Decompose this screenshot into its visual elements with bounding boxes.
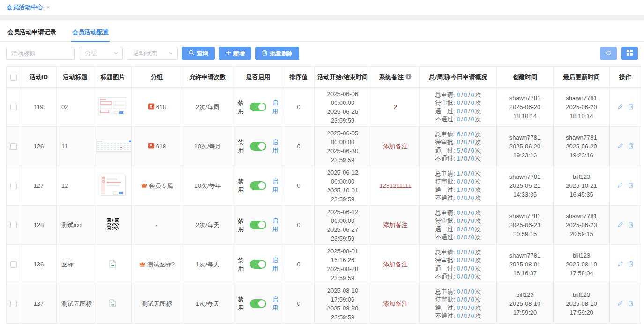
system-remark-link[interactable]: 添加备注 (383, 143, 408, 150)
add-button[interactable]: 新增 (219, 47, 251, 60)
sort-value: 0 (283, 127, 315, 166)
delete-icon[interactable] (628, 221, 634, 229)
info-icon[interactable] (405, 74, 412, 81)
stat-line: 总申请:0/0/0次 (435, 91, 481, 99)
activity-title: 测试ico (57, 206, 94, 245)
toolbar: 分组 活动状态 查询 新增 批量删除 (0, 42, 644, 66)
switch-off-label: 禁用 (235, 217, 246, 234)
tab-activity-config[interactable]: 会员活动配置 (71, 24, 110, 41)
status-select[interactable]: 活动状态 (127, 47, 178, 60)
switch-off-label: 禁用 (235, 295, 246, 312)
start-end-time: 2025-06-05 00:00:002025-06-30 23:59:59 (315, 127, 371, 166)
stat-line: 不通过:1/0/0次 (435, 155, 481, 163)
delete-icon[interactable] (628, 182, 634, 190)
edit-icon[interactable] (617, 221, 623, 229)
stat-line: 总申请:6/0/0次 (435, 130, 481, 139)
group-select[interactable]: 分组 (79, 47, 123, 60)
apply-overview: 总申请:0/0/0次待审批:0/0/0次通 过:0/0/0次不通过:0/0/0次 (435, 287, 481, 320)
delete-icon[interactable] (628, 143, 634, 150)
group-cell: 测试无图标 (142, 300, 172, 308)
table-row: 128测试ico-2次/每天禁用启用02025-06-12 00:00:0020… (7, 206, 641, 245)
enabled-toggle[interactable] (250, 142, 266, 151)
activity-id: 119 (21, 88, 57, 127)
delete-icon[interactable] (628, 300, 634, 308)
enabled-toggle[interactable] (250, 181, 266, 190)
apply-overview: 总申请:1/0/0次待审批:0/0/0次通 过:1/0/0次不通过:0/0/0次 (435, 169, 481, 202)
edit-icon[interactable] (617, 182, 623, 190)
row-checkbox[interactable] (10, 222, 17, 228)
edit-icon[interactable] (617, 143, 623, 150)
title-image-thumbnail[interactable] (96, 140, 132, 152)
stat-line: 通 过:0/0/0次 (435, 225, 481, 234)
edit-icon[interactable] (617, 261, 623, 268)
switch-on-label: 启用 (270, 256, 281, 273)
select-all-cell (7, 67, 21, 88)
stat-line: 待审批:0/0/0次 (435, 177, 481, 186)
tab-apply-records[interactable]: 会员活动申请记录 (7, 24, 57, 41)
delete-icon[interactable] (628, 103, 634, 111)
group-cell: 测试图标2 (139, 260, 175, 269)
title-image-thumbnail[interactable] (107, 218, 119, 230)
system-remark-link[interactable]: 添加备注 (383, 300, 408, 307)
sort-value: 0 (283, 166, 315, 206)
title-image-thumbnail[interactable] (98, 97, 127, 115)
red-badge-618-icon (148, 103, 155, 111)
delete-icon[interactable] (628, 261, 634, 268)
start-end-time: 2025-06-12 00:00:002025-06-27 23:59:59 (315, 206, 371, 245)
status-select-placeholder: 活动状态 (133, 49, 157, 58)
stat-line: 通 过:0/0/0次 (435, 304, 481, 312)
stat-line: 不通过:0/0/0次 (435, 115, 481, 124)
system-remark-link[interactable]: 1231211111 (379, 182, 411, 189)
row-checkbox[interactable] (10, 104, 17, 110)
crown-icon (139, 261, 146, 268)
system-remark-link[interactable]: 添加备注 (383, 261, 408, 268)
stat-line: 总申请:1/0/0次 (435, 169, 481, 178)
search-button[interactable]: 查询 (182, 47, 215, 60)
refresh-button[interactable] (600, 47, 617, 60)
apply-overview: 总申请:6/0/0次待审批:0/0/0次通 过:5/0/0次不通过:1/0/0次 (435, 130, 481, 163)
row-checkbox[interactable] (10, 183, 17, 189)
title-image-thumbnail[interactable] (109, 299, 117, 307)
table-row: 136图标测试图标21次/每天禁用启用02025-08-01 16:16:262… (7, 245, 641, 284)
row-checkbox[interactable] (10, 261, 17, 268)
table-row: 1261161810次/每月禁用启用02025-06-05 00:00:0020… (7, 127, 641, 166)
created-info: bill1232025-08-10 17:59:20 (497, 284, 554, 324)
system-remark-link[interactable]: 添加备注 (383, 221, 408, 228)
activity-title: 11 (57, 127, 94, 166)
stat-line: 总申请:0/0/0次 (435, 248, 481, 257)
enabled-toggle[interactable] (250, 260, 266, 269)
table-header-row: 活动ID活动标题标题图片分组允许申请次数是否启用排序值活动开始/结束时间系统备注… (7, 67, 641, 88)
stat-line: 待审批:0/0/0次 (435, 256, 481, 265)
batch-delete-button[interactable]: 批量删除 (255, 47, 299, 60)
column-settings-button[interactable] (621, 47, 638, 60)
updated-info: shawn77812025-06-20 18:10:14 (554, 88, 610, 127)
title-search-input[interactable] (6, 47, 75, 60)
stat-line: 不通过:0/0/0次 (435, 194, 481, 202)
enabled-toggle[interactable] (250, 221, 266, 229)
activity-title: 图标 (57, 245, 94, 284)
enabled-toggle[interactable] (250, 103, 266, 111)
start-end-time: 2025-06-06 00:00:002025-06-26 23:59:59 (315, 88, 371, 127)
page-tab-member-activity-center[interactable]: 会员活动中心 × (7, 3, 50, 12)
stat-line: 待审批:0/0/0次 (435, 99, 481, 107)
column-header-apply-overview: 总/周期/今日申请概况 (420, 67, 497, 88)
created-info: shawn77812025-06-20 19:23:16 (497, 127, 554, 166)
select-all-checkbox[interactable] (10, 74, 17, 81)
column-header-updated-time: 最后更新时间 (554, 67, 610, 88)
chevron-down-icon (113, 50, 119, 57)
row-checkbox[interactable] (10, 143, 17, 150)
stat-line: 通 过:5/0/0次 (435, 147, 481, 155)
enabled-toggle[interactable] (250, 299, 266, 308)
activity-id: 128 (21, 206, 57, 245)
updated-info: bill1232025-08-10 17:59:20 (554, 284, 610, 324)
edit-icon[interactable] (617, 300, 623, 308)
column-header-group: 分组 (132, 67, 182, 88)
close-icon[interactable]: × (46, 4, 50, 11)
switch-on-label: 启用 (270, 177, 281, 194)
system-remark-link[interactable]: 2 (394, 103, 397, 110)
title-image-thumbnail[interactable] (100, 175, 126, 196)
activity-id: 137 (21, 284, 57, 324)
title-image-thumbnail[interactable] (109, 260, 117, 268)
edit-icon[interactable] (617, 103, 623, 111)
row-checkbox[interactable] (10, 301, 17, 307)
